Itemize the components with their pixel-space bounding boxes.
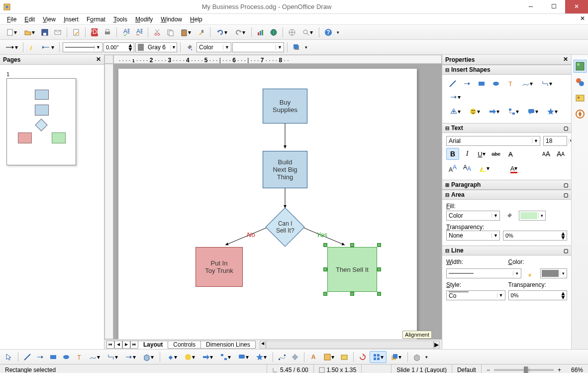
rotate-button[interactable] [357,351,369,363]
italic-button[interactable]: I [461,148,474,160]
connector-tool-button[interactable]: ▾ [104,351,121,363]
line-width-combo[interactable]: ▾ [446,268,521,278]
bucket-icon[interactable] [503,210,516,222]
pages-panel-close-icon[interactable]: ✕ [96,56,101,63]
sidebar-navigator-icon[interactable] [574,108,587,121]
menu-window[interactable]: Window [157,15,186,24]
open-button[interactable]: ▾ [21,26,38,38]
shadow-text-button[interactable]: A [504,148,517,160]
zoom-in-button[interactable]: + [558,367,561,373]
page-thumbnail[interactable]: 1 [4,69,79,168]
arrange-button[interactable]: ▾ [388,351,404,363]
shrink-font-button[interactable]: AA [554,148,567,160]
points-button[interactable] [276,351,288,363]
underline-button[interactable]: U▾ [475,148,488,160]
canvas-viewport[interactable]: Buy Supplies Build Next Big Thing Can I … [113,64,442,339]
shadow-button[interactable] [291,41,302,53]
font-name-combo[interactable]: Arial▼ [446,136,540,146]
gallery-button[interactable] [338,351,350,363]
curve-tool-button[interactable]: ▾ [86,351,103,363]
shape-curve-icon[interactable]: ▾ [518,78,536,90]
paragraph-more-icon[interactable]: ▢ [564,182,568,188]
print-button[interactable] [101,26,113,38]
callout-shapes-button[interactable]: ▾ [235,351,252,363]
menu-modify[interactable]: Modify [131,15,157,24]
save-button[interactable] [39,26,51,38]
star-shapes-button[interactable]: ▾ [253,351,270,363]
tab-dimension-lines[interactable]: Dimension Lines [200,341,256,349]
line-tool-button[interactable] [21,351,33,363]
menu-format[interactable]: Format [83,15,109,24]
section-text[interactable]: Text [451,124,463,131]
last-tab-button[interactable]: ⏭ [130,341,138,349]
first-tab-button[interactable]: ⏮ [106,341,114,349]
sidebar-gallery-icon[interactable] [574,92,587,105]
shape-callout-icon[interactable]: ▾ [524,106,542,118]
undo-button[interactable]: ▾ [213,26,230,38]
flowchart-box-buy[interactable]: Buy Supplies [263,89,307,124]
next-tab-button[interactable]: ▶ [122,341,130,349]
font-color-button[interactable]: A▾ [505,162,523,174]
fill-type-combo[interactable]: Color ▼ [196,42,231,52]
from-file-button[interactable]: ▾ [320,351,337,363]
font-size-combo[interactable]: 18▼ [543,136,567,146]
maximize-button[interactable]: ☐ [542,0,565,13]
spellcheck-button[interactable]: ABC [120,26,132,38]
shape-text-icon[interactable]: T [504,78,517,90]
menu-view[interactable]: View [39,15,60,24]
arrow-style-button[interactable]: ▾ [3,41,20,53]
vertical-ruler[interactable] [104,64,113,339]
area-more-icon[interactable]: ▢ [564,192,568,198]
grow-font-button[interactable]: AA [540,148,553,160]
gluepoints-button[interactable] [289,351,301,363]
minimize-button[interactable]: ─ [519,0,542,13]
ellipse-tool-button[interactable] [60,351,72,363]
arrow-tool-button[interactable] [34,351,46,363]
zoom-slider[interactable] [494,369,554,371]
line-color-picker[interactable]: ▾ [540,268,567,278]
section-insert-shapes[interactable]: Insert Shapes [451,66,490,73]
menu-file[interactable]: File [3,15,20,24]
flowchart-box-build[interactable]: Build Next Big Thing [263,151,307,188]
bold-button[interactable]: B [446,148,459,160]
lines-tool-button[interactable]: ▾ [122,351,139,363]
fill-color-picker[interactable]: ▾ [519,211,546,221]
pencil-icon[interactable] [524,267,537,279]
sidebar-properties-icon[interactable] [574,60,587,73]
shape-lines-icon[interactable]: ▾ [446,91,464,103]
document-close-icon[interactable]: ✕ [580,15,585,22]
paintbrush-button[interactable] [195,26,207,38]
prev-tab-button[interactable]: ◀ [114,341,122,349]
horizontal-scrollbar[interactable]: ◀ ▶ [260,341,440,349]
menu-edit[interactable]: Edit [20,15,39,24]
transparency-spinner[interactable]: 0%▲▼ [503,231,567,241]
shape-connector-icon[interactable]: ▾ [538,78,556,90]
rect-tool-button[interactable] [47,351,59,363]
redo-button[interactable]: ▾ [231,26,248,38]
properties-close-icon[interactable]: ✕ [563,56,568,63]
strike-button[interactable]: abc [490,148,502,160]
toolbar-overflow-icon[interactable]: ▾ [335,26,340,38]
alignment-button[interactable]: ▾ [370,351,387,363]
arrow-ends-button[interactable]: ▾ [39,41,56,53]
edit-file-button[interactable] [70,26,82,38]
shape-basic-icon[interactable]: ▾ [446,106,464,118]
section-area[interactable]: Area [451,191,465,198]
hyperlink-button[interactable] [268,26,280,38]
text-tool-button[interactable]: T [73,351,85,363]
section-paragraph[interactable]: Paragraph [451,181,481,188]
select-tool-button[interactable] [3,351,15,363]
text-more-icon[interactable]: ▢ [564,125,568,131]
email-button[interactable] [52,26,64,38]
shape-ellipse-icon[interactable] [490,78,502,90]
pdf-export-button[interactable]: PDF [89,26,100,38]
zoom-button[interactable]: ▾ [299,26,316,38]
super-button[interactable]: AA [446,162,459,174]
line-transparency-spinner[interactable]: 0%▲▼ [508,290,568,300]
menu-help[interactable]: Help [186,15,206,24]
menu-tools[interactable]: Tools [109,15,131,24]
navigator-button[interactable] [286,26,298,38]
copy-button[interactable] [164,26,176,38]
shape-symbol-icon[interactable]: ▾ [466,106,484,118]
fill-color-combo[interactable]: ▼ [232,42,284,52]
